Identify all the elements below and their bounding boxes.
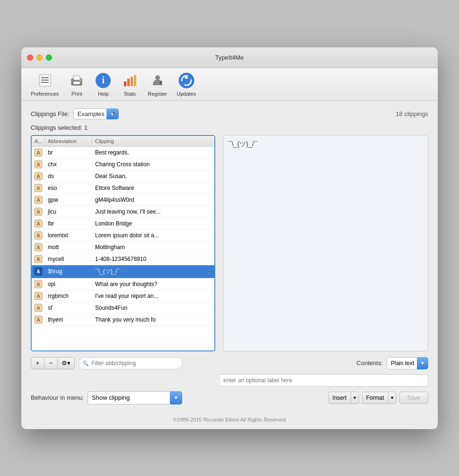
format-segmented: Format ▼ — [362, 392, 397, 404]
toolbar-register[interactable]: Register — [148, 72, 167, 97]
row-abbreviation: mott — [45, 242, 92, 253]
window-title: TypeIt4Me — [215, 54, 244, 61]
print-icon — [68, 72, 85, 89]
filter-input[interactable] — [79, 357, 183, 369]
table-row[interactable]: A$hrug¯\_(ツ)_/¯ — [32, 265, 214, 278]
row-icon: A — [32, 290, 45, 302]
toolbar-updates[interactable]: Updates — [177, 72, 196, 97]
format-arrow-button[interactable]: ▼ — [388, 392, 397, 404]
table-header: A... Abbreviation Clipping — [32, 136, 214, 147]
row-abbreviation: jlcu — [45, 206, 92, 217]
row-icon: A — [32, 242, 45, 253]
svg-rect-1 — [41, 77, 49, 78]
behaviour-dropdown-wrapper: Show clipping Show abbreviation Show lab… — [88, 391, 182, 404]
row-abbreviation: thyem — [45, 314, 92, 325]
row-abbreviation: sf — [45, 302, 92, 314]
table-row[interactable]: AthyemThank you very much fo — [32, 314, 214, 326]
insert-segmented: Insert ▼ — [328, 392, 359, 404]
svg-text:A: A — [36, 305, 40, 311]
table-row[interactable]: AopiWhat are your thoughts? — [32, 278, 214, 290]
row-abbreviation: opi — [45, 278, 92, 290]
add-remove-group: + − ⚙▾ — [31, 357, 75, 369]
table-row[interactable]: AchxCharing Cross station — [32, 159, 214, 171]
toolbar-print[interactable]: Print — [68, 72, 85, 97]
row-clipping: Best regards, — [92, 147, 214, 158]
table-row[interactable]: AgpwgM4ilp4ssW0rd — [32, 194, 214, 206]
clippings-file-row: Clippings File: Examples ▼ 18 clippings — [31, 108, 428, 119]
updates-icon — [178, 72, 195, 89]
row-abbreviation: eso — [45, 182, 92, 194]
footer: ©1989-2015 Riccardo Ettore All Rights Re… — [21, 412, 438, 429]
svg-text:A: A — [36, 150, 40, 155]
main-area: A... Abbreviation Clipping AbrBest regar… — [31, 135, 428, 351]
table-row[interactable]: AjlcuJust leaving now, I'll see... — [32, 206, 214, 218]
toolbar-stats[interactable]: Stats — [121, 72, 138, 97]
row-clipping: Just leaving now, I'll see... — [92, 206, 214, 217]
row-clipping: Thank you very much fo — [92, 314, 214, 325]
svg-text:A: A — [36, 245, 40, 250]
row-clipping: Dear Susan, — [92, 171, 214, 182]
behaviour-label: Behaviour in menu: — [31, 394, 84, 401]
save-button[interactable]: Save — [399, 392, 428, 404]
toolbar-help[interactable]: i Help — [95, 72, 112, 97]
table-body: AbrBest regards,AchxCharing Cross statio… — [32, 147, 214, 350]
main-window: TypeIt4Me Preferences — [21, 47, 438, 429]
contents-select[interactable]: Plain text Rich text Script — [387, 357, 428, 369]
preferences-label: Preferences — [31, 91, 59, 97]
table-row[interactable]: AbrBest regards, — [32, 147, 214, 159]
remove-button[interactable]: − — [44, 357, 57, 369]
register-icon — [149, 72, 166, 89]
svg-text:A: A — [36, 269, 40, 274]
row-abbreviation: loremtxt — [45, 230, 92, 241]
help-icon: i — [95, 72, 112, 89]
contents-row: Contents: Plain text Rich text Script ▼ — [356, 357, 428, 369]
row-clipping: Charing Cross station — [92, 159, 214, 170]
svg-rect-11 — [127, 79, 130, 86]
svg-text:A: A — [36, 209, 40, 215]
contents-dropdown-wrapper: Plain text Rich text Script ▼ — [387, 357, 428, 369]
table-row[interactable]: Amycell1-408-12345678910 — [32, 253, 214, 265]
minimize-button[interactable] — [36, 54, 43, 61]
row-icon: A — [32, 230, 45, 241]
format-button[interactable]: Format — [362, 392, 388, 404]
insert-arrow-button[interactable]: ▼ — [351, 392, 359, 404]
maximize-button[interactable] — [46, 54, 52, 61]
table-row[interactable]: ArrgbmchI've read your report an... — [32, 290, 214, 302]
table-row[interactable]: AmottMottingham — [32, 242, 214, 253]
table-row[interactable]: AsfSounds4Fun — [32, 302, 214, 314]
row-icon: A — [32, 314, 45, 325]
gear-button[interactable]: ⚙▾ — [57, 357, 75, 369]
row-icon: A — [32, 147, 45, 158]
clippings-file-dropdown-btn[interactable]: ▼ — [106, 108, 119, 119]
svg-text:A: A — [36, 282, 40, 287]
add-button[interactable]: + — [31, 357, 44, 369]
row-icon: A — [32, 265, 45, 278]
row-clipping: I've read your report an... — [92, 290, 214, 302]
svg-text:A: A — [36, 186, 40, 191]
row-clipping: Ettore Software — [92, 182, 214, 194]
svg-text:A: A — [36, 174, 40, 179]
row-clipping: gM4ilp4ssW0rd — [92, 194, 214, 206]
row-icon: A — [32, 171, 45, 182]
content-area: Clippings File: Examples ▼ 18 clippings … — [21, 101, 438, 412]
table-row[interactable]: AlbrLondon Bridge — [32, 218, 214, 230]
print-label: Print — [71, 91, 82, 97]
svg-text:A: A — [36, 317, 40, 323]
behaviour-select[interactable]: Show clipping Show abbreviation Show lab… — [88, 391, 182, 404]
toolbar-preferences[interactable]: Preferences — [31, 72, 59, 97]
row-icon: A — [32, 206, 45, 217]
insert-button[interactable]: Insert — [328, 392, 351, 404]
svg-rect-7 — [79, 80, 81, 81]
svg-text:A: A — [36, 294, 40, 299]
behaviour-row: Behaviour in menu: Show clipping Show ab… — [31, 391, 428, 404]
table-row[interactable]: AdsDear Susan, — [32, 171, 214, 182]
titlebar: TypeIt4Me — [21, 47, 438, 68]
stats-icon — [121, 72, 138, 89]
row-clipping: Lorem ipsum dolor sit a... — [92, 230, 214, 241]
close-button[interactable] — [27, 54, 33, 61]
table-row[interactable]: AloremtxtLorem ipsum dolor sit a... — [32, 230, 214, 242]
label-input[interactable] — [219, 374, 428, 386]
toolbar: Preferences Print i Help — [21, 68, 438, 101]
svg-text:A: A — [36, 198, 40, 203]
table-row[interactable]: AesoEttore Software — [32, 182, 214, 194]
